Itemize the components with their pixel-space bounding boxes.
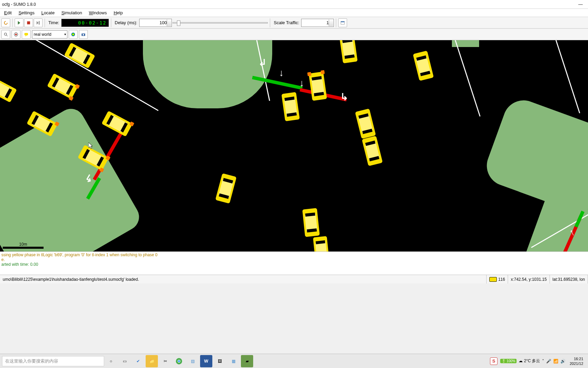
stop-button[interactable] [24, 18, 33, 27]
menubar: Edit Settings Locate Simulation Windows … [0, 9, 588, 17]
taskbar-app-icon[interactable]: ▤ [186, 355, 199, 367]
taskbar-app-icon[interactable]: ▦ [227, 355, 240, 367]
vehicle-icon [339, 40, 358, 63]
time-display: 00-02-12 [61, 19, 109, 27]
new-view-button[interactable] [338, 18, 347, 27]
tooltip-button[interactable] [22, 30, 31, 39]
svg-point-14 [83, 34, 84, 35]
message-log[interactable]: ssing yellow phase in tlLogic 'b69', pro… [0, 251, 588, 275]
titlebar: ocfg - SUMO 1.8.0 — [0, 0, 588, 9]
vehicle-count: 116 [487, 275, 508, 283]
delay-input[interactable]: 100 [139, 19, 172, 27]
svg-marker-11 [25, 35, 27, 36]
ime-icon[interactable]: S [490, 357, 497, 365]
reload-button[interactable] [1, 18, 10, 27]
main-toolbar: Time: 00-02-12 Delay (ms): 100 Scale Tra… [0, 17, 588, 29]
cortana-icon[interactable]: ○ [105, 355, 117, 367]
vehicle-icon [281, 92, 300, 121]
svg-marker-0 [18, 21, 20, 25]
vehicle-icon [302, 208, 320, 237]
volume-icon[interactable]: 🔊 [560, 359, 566, 364]
menu-edit[interactable]: Edit [1, 10, 15, 16]
statusbar: umo\Bilibili\1225\example1\huishandadao-… [0, 275, 588, 283]
scale-bar: 10m [3, 242, 44, 249]
svg-point-6 [4, 33, 7, 35]
time-label: Time: [48, 20, 59, 25]
menu-help[interactable]: Help [110, 10, 126, 16]
svg-rect-5 [341, 21, 345, 22]
vehicle-icon [0, 77, 17, 103]
zoom-button[interactable] [1, 30, 10, 39]
svg-rect-10 [24, 33, 28, 35]
vehicle-icon [309, 72, 327, 101]
car-icon [489, 277, 497, 282]
weather-widget[interactable]: ☁ 2°C 多云 [519, 358, 540, 364]
scale-traffic-input[interactable]: 1 [301, 19, 334, 27]
vehicle-icon [413, 50, 434, 81]
scale-traffic-label: Scale Traffic: [274, 20, 299, 25]
svg-point-12 [71, 32, 75, 36]
log-line: arted with time: 0.00 [1, 262, 587, 267]
vehicle-icon [355, 108, 376, 139]
menu-settings[interactable]: Settings [15, 10, 38, 16]
color-wheel-button[interactable] [69, 30, 78, 39]
snip-icon[interactable]: ✂ [159, 355, 172, 367]
color-scheme-select[interactable]: real world [32, 30, 67, 39]
svg-line-7 [6, 35, 8, 36]
lane-arrow-icon: ↳ [340, 91, 348, 103]
log-line: ssing yellow phase in tlLogic 'b69', pro… [1, 252, 587, 257]
play-button[interactable] [15, 18, 23, 27]
microphone-icon[interactable]: 🎤 [546, 359, 551, 364]
task-view-icon[interactable]: ▭ [118, 355, 131, 367]
taskbar-app-icon[interactable]: ✔ [132, 355, 144, 367]
file-explorer-icon[interactable]: 📁 [146, 355, 158, 367]
vehicle-icon [362, 136, 383, 166]
svg-point-8 [15, 33, 17, 35]
step-button[interactable] [34, 18, 43, 27]
vehicle-icon [215, 173, 237, 203]
svg-marker-2 [37, 21, 38, 25]
delay-slider[interactable] [173, 22, 268, 24]
lane-arrow-icon: ↲ [259, 57, 266, 68]
status-latlon: lat:31.695238, lon [550, 275, 588, 283]
taskbar-search-input[interactable]: 在这里输入你要搜索的内容 [2, 356, 104, 366]
status-path: umo\Bilibili\1225\example1\huishandadao-… [0, 275, 487, 283]
word-icon[interactable]: W [200, 355, 212, 367]
window-title: ocfg - SUMO 1.8.0 [2, 2, 36, 7]
cursor-icon [88, 142, 94, 149]
status-xy: x:742.54, y:1031.15 [508, 275, 550, 283]
view-toolbar: real world [0, 29, 588, 40]
battery-icon[interactable]: 🔋 100% [500, 359, 517, 363]
menu-simulation[interactable]: Simulation [58, 10, 85, 16]
simulation-viewport[interactable]: ↘ ↳ ↓ ↓ ↲ ↳ ↑ 10m [0, 40, 588, 251]
vehicle-icon [313, 236, 330, 251]
minimize-button[interactable]: — [574, 0, 587, 9]
lane-arrow-icon: ↓ [279, 67, 284, 78]
log-line: e. [1, 257, 587, 262]
windows-taskbar: 在这里输入你要搜索的内容 ○ ▭ ✔ 📁 ✂ ▤ W 🖼 ▦ ▰ S 🔋 100… [0, 354, 588, 368]
chrome-icon[interactable] [173, 355, 185, 367]
taskbar-app-icon[interactable]: 🖼 [214, 355, 226, 367]
svg-marker-15 [88, 142, 93, 149]
lane-arrow-icon: ↓ [299, 78, 304, 89]
svg-rect-3 [39, 21, 40, 25]
delay-label: Delay (ms): [115, 20, 137, 25]
vehicle-icon [47, 73, 78, 99]
menu-windows[interactable]: Windows [85, 10, 110, 16]
svg-rect-1 [27, 21, 30, 24]
menu-locate[interactable]: Locate [38, 10, 58, 16]
scale-text: 10m [19, 242, 27, 247]
sumo-icon[interactable]: ▰ [241, 355, 253, 367]
taskbar-clock[interactable]: 16:21 2021/12 [568, 356, 585, 366]
locate-button[interactable] [12, 30, 20, 39]
wifi-icon[interactable]: 📶 [553, 359, 558, 364]
screenshot-button[interactable] [79, 30, 88, 39]
tray-chevron-icon[interactable]: ˄ [542, 359, 544, 364]
svg-point-18 [178, 360, 180, 362]
